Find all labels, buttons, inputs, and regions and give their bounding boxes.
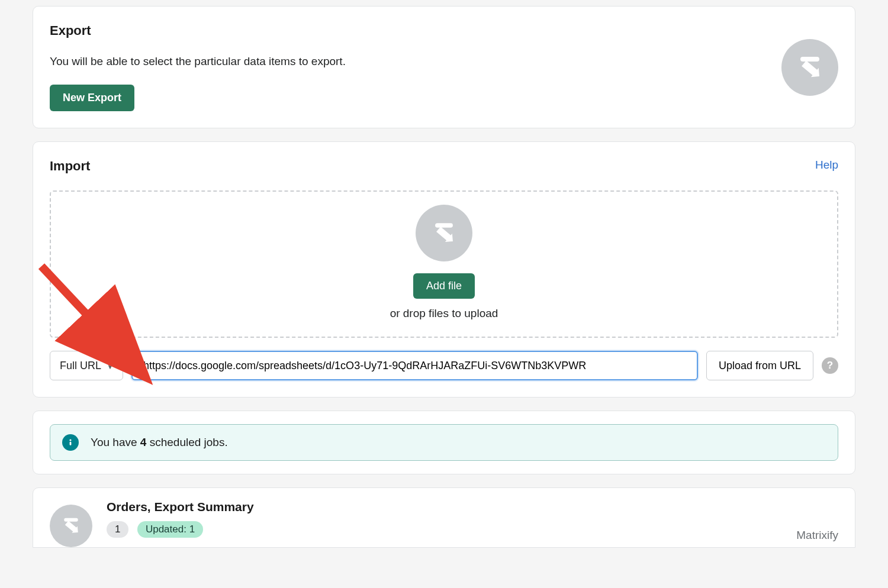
brand-label: Matrixify bbox=[796, 529, 838, 542]
matrixify-logo-icon bbox=[50, 505, 92, 547]
help-icon[interactable]: ? bbox=[822, 357, 838, 374]
svg-rect-0 bbox=[800, 57, 819, 62]
matrixify-logo-icon bbox=[416, 205, 472, 261]
job-updated-pill: Updated: 1 bbox=[137, 521, 203, 538]
url-type-label: Full URL bbox=[60, 360, 101, 372]
scheduled-jobs-card: You have 4 scheduled jobs. bbox=[33, 411, 855, 474]
import-title: Import bbox=[50, 159, 90, 174]
scheduled-jobs-banner: You have 4 scheduled jobs. bbox=[50, 424, 838, 461]
matrixify-logo-icon bbox=[781, 39, 838, 96]
info-icon bbox=[62, 434, 79, 451]
export-title: Export bbox=[50, 23, 838, 38]
job-summary-card: Orders, Export Summary 1 Updated: 1 Matr… bbox=[33, 487, 855, 548]
export-card: Export You will be able to select the pa… bbox=[33, 6, 855, 128]
scheduled-jobs-text: You have 4 scheduled jobs. bbox=[91, 436, 228, 449]
file-dropzone[interactable]: Add file or drop files to upload bbox=[50, 190, 838, 338]
add-file-button[interactable]: Add file bbox=[413, 273, 475, 299]
help-link[interactable]: Help bbox=[815, 159, 838, 172]
url-type-select[interactable]: Full URL ▲▼ bbox=[50, 351, 123, 380]
drop-hint-text: or drop files to upload bbox=[51, 307, 837, 320]
import-card: Import Help Add file or drop files to up… bbox=[33, 141, 855, 398]
job-title: Orders, Export Summary bbox=[107, 500, 782, 514]
url-input[interactable] bbox=[131, 351, 698, 380]
svg-rect-1 bbox=[435, 223, 453, 227]
svg-point-2 bbox=[69, 439, 71, 441]
job-count-pill: 1 bbox=[107, 521, 128, 538]
svg-rect-4 bbox=[64, 518, 78, 522]
select-arrows-icon: ▲▼ bbox=[107, 362, 113, 369]
upload-from-url-button[interactable]: Upload from URL bbox=[706, 351, 813, 380]
new-export-button[interactable]: New Export bbox=[50, 85, 134, 111]
svg-rect-3 bbox=[70, 442, 72, 445]
export-description: You will be able to select the particula… bbox=[50, 55, 838, 68]
